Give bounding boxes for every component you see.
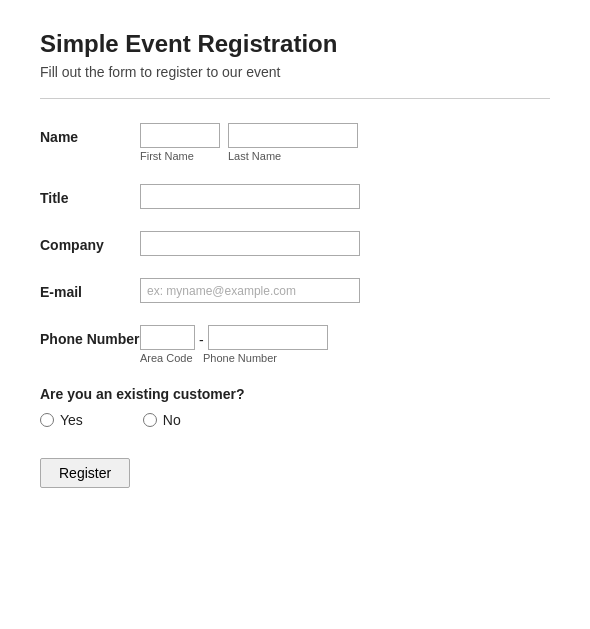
first-name-hint: First Name (140, 150, 220, 162)
last-name-field: Last Name (228, 123, 358, 162)
register-button[interactable]: Register (40, 458, 130, 488)
customer-question-section: Are you an existing customer? Yes No (40, 386, 550, 428)
last-name-hint: Last Name (228, 150, 358, 162)
first-name-field: First Name (140, 123, 220, 162)
phone-number-input[interactable] (208, 325, 328, 350)
phone-number-hint: Phone Number (203, 352, 277, 364)
yes-label: Yes (60, 412, 83, 428)
email-row: E-mail (40, 278, 550, 303)
radio-group: Yes No (40, 412, 550, 428)
divider (40, 98, 550, 99)
yes-radio-label[interactable]: Yes (40, 412, 83, 428)
title-input[interactable] (140, 184, 360, 209)
email-controls (140, 278, 360, 303)
email-label: E-mail (40, 278, 140, 300)
area-code-hint: Area Code (140, 352, 203, 364)
phone-separator: - (199, 328, 204, 348)
customer-question: Are you an existing customer? (40, 386, 550, 402)
company-controls (140, 231, 360, 256)
last-name-input[interactable] (228, 123, 358, 148)
page-subtitle: Fill out the form to register to our eve… (40, 64, 550, 80)
page-title: Simple Event Registration (40, 30, 550, 58)
phone-label: Phone Number (40, 325, 140, 347)
no-radio[interactable] (143, 413, 157, 427)
company-input[interactable] (140, 231, 360, 256)
email-input[interactable] (140, 278, 360, 303)
phone-controls: - Area Code Phone Number (140, 325, 328, 364)
name-label: Name (40, 123, 140, 145)
name-inputs: First Name Last Name (140, 123, 358, 162)
name-row: Name First Name Last Name (40, 123, 550, 162)
company-row: Company (40, 231, 550, 256)
title-row: Title (40, 184, 550, 209)
area-code-input[interactable] (140, 325, 195, 350)
phone-inputs: - (140, 325, 328, 350)
title-label: Title (40, 184, 140, 206)
first-name-input[interactable] (140, 123, 220, 148)
phone-hints: Area Code Phone Number (140, 352, 328, 364)
no-label: No (163, 412, 181, 428)
phone-row: Phone Number - Area Code Phone Number (40, 325, 550, 364)
yes-radio[interactable] (40, 413, 54, 427)
title-controls (140, 184, 360, 209)
no-radio-label[interactable]: No (143, 412, 181, 428)
company-label: Company (40, 231, 140, 253)
